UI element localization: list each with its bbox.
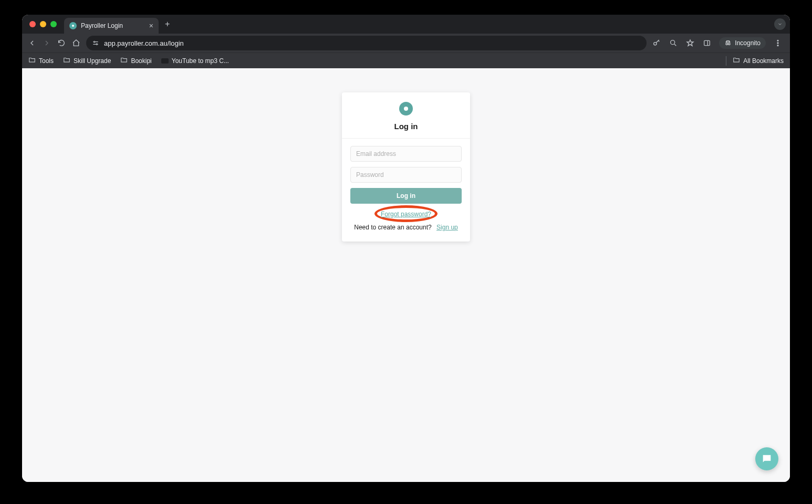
url-text: app.payroller.com.au/login (104, 39, 184, 47)
zoom-icon[interactable] (669, 38, 678, 48)
tab-strip: Payroller Login × + (22, 15, 790, 34)
bookmark-label: Skill Upgrade (74, 57, 111, 65)
close-window-button[interactable] (29, 21, 36, 27)
app-logo-icon (399, 102, 413, 116)
page-content: Log in Log in Forgot password? Need to c… (22, 68, 790, 482)
svg-point-5 (726, 43, 728, 45)
folder-icon (63, 56, 70, 65)
browser-tab[interactable]: Payroller Login × (64, 18, 159, 34)
bookmark-label: YouTube to mp3 C... (172, 57, 229, 65)
password-input[interactable] (350, 167, 462, 183)
need-account-label: Need to create an account? (354, 224, 431, 231)
svg-point-2 (654, 43, 657, 45)
bookmark-tools[interactable]: Tools (28, 56, 54, 65)
tab-title: Payroller Login (81, 22, 123, 29)
svg-point-6 (728, 43, 731, 45)
all-bookmarks-label: All Bookmarks (743, 57, 784, 65)
maximize-window-button[interactable] (50, 21, 57, 27)
bookmark-bookipi[interactable]: Bookipi (120, 56, 151, 65)
home-button[interactable] (71, 38, 81, 48)
minimize-window-button[interactable] (40, 21, 46, 27)
side-panel-icon[interactable] (702, 38, 712, 48)
folder-icon (28, 56, 36, 65)
tab-list-button[interactable] (774, 18, 786, 30)
chat-widget-button[interactable] (755, 447, 778, 470)
forgot-password-link[interactable]: Forgot password? (381, 211, 431, 218)
login-card: Log in Log in Forgot password? Need to c… (342, 92, 470, 242)
folder-icon (733, 56, 740, 65)
signup-link[interactable]: Sign up (436, 224, 458, 231)
login-button[interactable]: Log in (350, 188, 462, 204)
bookmark-youtube-mp3[interactable]: YouTube to mp3 C... (161, 57, 229, 65)
youtube-icon (161, 58, 169, 64)
bookmark-skill-upgrade[interactable]: Skill Upgrade (63, 56, 111, 65)
window-controls (29, 21, 57, 27)
svg-point-7 (777, 40, 778, 41)
bookmark-label: Tools (39, 57, 54, 65)
signup-row: Need to create an account? Sign up (350, 224, 462, 231)
reload-button[interactable] (57, 38, 66, 48)
folder-icon (120, 56, 128, 65)
browser-toolbar: app.payroller.com.au/login Incognito (22, 34, 790, 52)
divider (342, 138, 470, 139)
close-tab-button[interactable]: × (149, 22, 153, 30)
bookmark-label: Bookipi (131, 57, 151, 65)
svg-point-3 (671, 40, 675, 45)
svg-point-1 (96, 44, 97, 45)
address-bar[interactable]: app.payroller.com.au/login (86, 36, 647, 50)
all-bookmarks-button[interactable]: All Bookmarks (733, 56, 784, 65)
browser-menu-button[interactable] (773, 38, 783, 48)
divider (726, 56, 726, 66)
bookmark-star-icon[interactable] (685, 38, 695, 48)
email-input[interactable] (350, 146, 462, 162)
svg-point-9 (777, 45, 778, 46)
password-key-icon[interactable] (652, 38, 661, 48)
svg-point-8 (777, 43, 778, 44)
svg-point-0 (94, 41, 95, 43)
forward-button[interactable] (42, 38, 51, 48)
svg-rect-4 (704, 40, 710, 45)
site-settings-icon[interactable] (91, 39, 100, 47)
incognito-label: Incognito (735, 39, 761, 47)
bookmark-bar: Tools Skill Upgrade Bookipi YouTube to m… (22, 52, 790, 68)
browser-window: Payroller Login × + app.payroller.com.au (22, 15, 790, 482)
tab-favicon-icon (69, 22, 77, 29)
back-button[interactable] (27, 38, 37, 48)
new-tab-button[interactable]: + (165, 19, 170, 29)
login-title: Log in (350, 122, 462, 131)
incognito-indicator[interactable]: Incognito (719, 37, 766, 49)
